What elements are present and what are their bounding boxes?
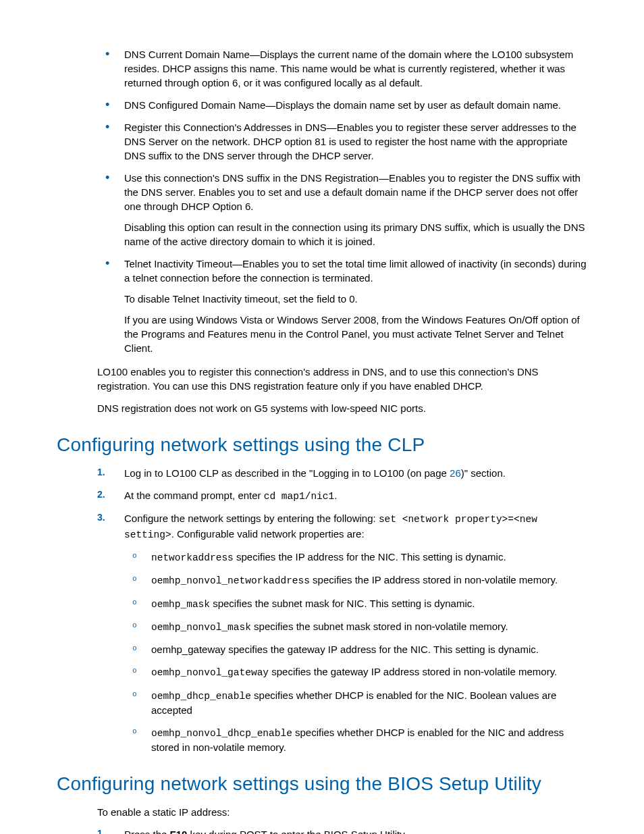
property-item: oemhp_nonvol_gateway specifies the gatew… xyxy=(124,664,587,679)
step-text: At the command prompt, enter xyxy=(124,490,264,501)
step-number: 1. xyxy=(97,827,105,834)
property-item: oemhp_dhcp_enable specifies whether DHCP… xyxy=(124,688,587,717)
property-item: oemhp_gateway specifies the gateway IP a… xyxy=(124,642,587,656)
bullet-item: Use this connection's DNS suffix in the … xyxy=(97,171,587,249)
bios-steps: 1. Press the F10 key during POST to ente… xyxy=(97,827,587,834)
paragraph: DNS registration does not work on G5 sys… xyxy=(97,401,587,415)
page-link[interactable]: 26 xyxy=(450,467,461,479)
bullet-item: Register this Connection's Addresses in … xyxy=(97,120,587,163)
step-1: 1. Log in to LO100 CLP as described in t… xyxy=(97,466,587,480)
step-1: 1. Press the F10 key during POST to ente… xyxy=(97,827,587,834)
step-number: 3. xyxy=(97,511,105,525)
step-text: . xyxy=(334,490,337,501)
property-item: oemhp_nonvol_networkaddress specifies th… xyxy=(124,573,587,588)
step-text: Log in to LO100 CLP as described in the … xyxy=(124,467,450,479)
bios-intro: To enable a static IP address: xyxy=(97,805,587,819)
feature-bullet-list: DNS Current Domain Name—Displays the cur… xyxy=(97,47,587,355)
bullet-item: DNS Current Domain Name—Displays the cur… xyxy=(97,47,587,90)
bullet-item: Telnet Inactivity Timeout—Enables you to… xyxy=(97,257,587,355)
step-3: 3. Configure the network settings by ent… xyxy=(97,511,587,754)
property-item: networkaddress specifies the IP address … xyxy=(124,550,587,565)
step-text: )" section. xyxy=(461,467,506,479)
property-item: oemhp_mask specifies the subnet mask for… xyxy=(124,596,587,611)
paragraph: LO100 enables you to register this conne… xyxy=(97,365,587,393)
property-code: oemhp_mask xyxy=(151,599,210,610)
heading-clp: Configuring network settings using the C… xyxy=(57,432,587,458)
step-text: key during POST to enter the BIOS Setup … xyxy=(187,829,406,834)
step-text: . Configurable valid network properties … xyxy=(171,528,365,540)
step-text: Press the xyxy=(124,829,170,834)
step-number: 2. xyxy=(97,488,105,502)
property-code: oemhp_nonvol_networkaddress xyxy=(151,575,310,586)
property-code: oemhp_nonvol_dhcp_enable xyxy=(151,728,292,739)
property-code: oemhp_dhcp_enable xyxy=(151,691,251,702)
clp-steps: 1. Log in to LO100 CLP as described in t… xyxy=(97,466,587,754)
property-code: oemhp_nonvol_mask xyxy=(151,622,251,633)
step-text: Configure the network settings by enteri… xyxy=(124,513,379,524)
step-number: 1. xyxy=(97,466,105,479)
property-item: oemhp_nonvol_dhcp_enable specifies wheth… xyxy=(124,725,587,754)
bullet-item: DNS Configured Domain Name—Displays the … xyxy=(97,98,587,112)
step-2: 2. At the command prompt, enter cd map1/… xyxy=(97,488,587,503)
key-name: F10 xyxy=(170,829,188,834)
property-item: oemhp_nonvol_mask specifies the subnet m… xyxy=(124,619,587,634)
heading-bios: Configuring network settings using the B… xyxy=(57,771,587,797)
property-code: networkaddress xyxy=(151,552,234,563)
property-sublist: networkaddress specifies the IP address … xyxy=(124,550,587,754)
property-code: oemhp_nonvol_gateway xyxy=(151,667,269,678)
code-text: cd map1/nic1 xyxy=(264,491,334,502)
